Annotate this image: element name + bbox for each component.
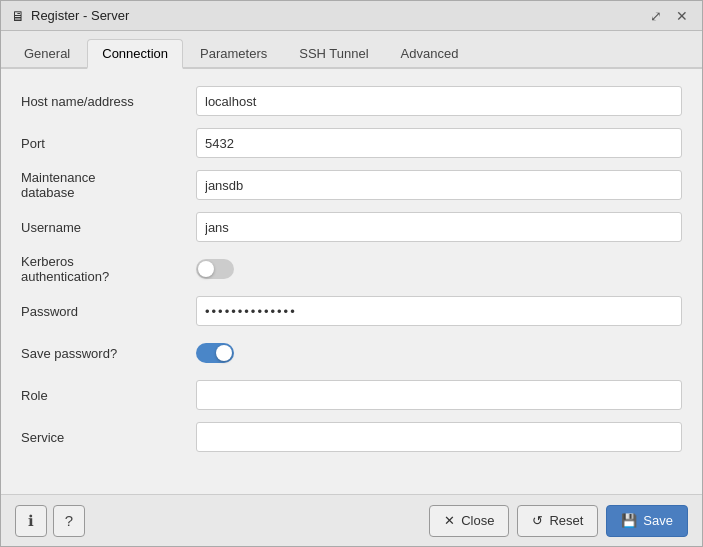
maintenance-field [196, 170, 682, 200]
username-row: Username [21, 211, 682, 243]
role-label: Role [21, 388, 196, 403]
title-bar: 🖥 Register - Server ⤢ ✕ [1, 1, 702, 31]
password-label: Password [21, 304, 196, 319]
tab-parameters[interactable]: Parameters [185, 39, 282, 69]
port-input[interactable] [196, 128, 682, 158]
info-icon: ℹ [28, 512, 34, 530]
reset-button[interactable]: ↺ Reset [517, 505, 598, 537]
footer: ℹ ? ✕ Close ↺ Reset 💾 Save [1, 494, 702, 546]
close-label: Close [461, 513, 494, 528]
tab-connection[interactable]: Connection [87, 39, 183, 69]
kerberos-label: Kerberosauthentication? [21, 254, 196, 284]
host-row: Host name/address [21, 85, 682, 117]
kerberos-field [196, 259, 682, 279]
username-field [196, 212, 682, 242]
tab-bar: General Connection Parameters SSH Tunnel… [1, 31, 702, 69]
port-label: Port [21, 136, 196, 151]
save-password-thumb [216, 345, 232, 361]
password-row: Password [21, 295, 682, 327]
save-password-field [196, 343, 682, 363]
host-input[interactable] [196, 86, 682, 116]
username-input[interactable] [196, 212, 682, 242]
save-label: Save [643, 513, 673, 528]
reset-icon: ↺ [532, 513, 543, 528]
role-row: Role [21, 379, 682, 411]
password-field [196, 296, 682, 326]
role-input[interactable] [196, 380, 682, 410]
service-label: Service [21, 430, 196, 445]
save-password-row: Save password? [21, 337, 682, 369]
info-button[interactable]: ℹ [15, 505, 47, 537]
host-field [196, 86, 682, 116]
save-icon: 💾 [621, 513, 637, 528]
kerberos-toggle[interactable] [196, 259, 234, 279]
kerberos-thumb [198, 261, 214, 277]
service-row: Service [21, 421, 682, 453]
save-password-label: Save password? [21, 346, 196, 361]
title-bar-left: 🖥 Register - Server [11, 8, 129, 24]
maximize-button[interactable]: ⤢ [646, 7, 666, 25]
tab-advanced[interactable]: Advanced [386, 39, 474, 69]
window-title: Register - Server [31, 8, 129, 23]
footer-left: ℹ ? [15, 505, 85, 537]
tab-ssh-tunnel[interactable]: SSH Tunnel [284, 39, 383, 69]
reset-label: Reset [549, 513, 583, 528]
save-button[interactable]: 💾 Save [606, 505, 688, 537]
host-label: Host name/address [21, 94, 196, 109]
help-icon: ? [65, 512, 73, 529]
role-field [196, 380, 682, 410]
service-input[interactable] [196, 422, 682, 452]
title-bar-controls: ⤢ ✕ [646, 7, 692, 25]
kerberos-row: Kerberosauthentication? [21, 253, 682, 285]
close-button[interactable]: ✕ Close [429, 505, 509, 537]
password-input[interactable] [196, 296, 682, 326]
port-row: Port [21, 127, 682, 159]
window-icon: 🖥 [11, 8, 25, 24]
service-field [196, 422, 682, 452]
form-content: Host name/address Port Maintenancedataba… [1, 69, 702, 494]
username-label: Username [21, 220, 196, 235]
footer-right: ✕ Close ↺ Reset 💾 Save [429, 505, 688, 537]
close-window-button[interactable]: ✕ [672, 7, 692, 25]
register-server-window: 🖥 Register - Server ⤢ ✕ General Connecti… [0, 0, 703, 547]
maintenance-label: Maintenancedatabase [21, 170, 196, 200]
tab-general[interactable]: General [9, 39, 85, 69]
maintenance-row: Maintenancedatabase [21, 169, 682, 201]
save-password-toggle[interactable] [196, 343, 234, 363]
close-icon: ✕ [444, 513, 455, 528]
help-button[interactable]: ? [53, 505, 85, 537]
maintenance-input[interactable] [196, 170, 682, 200]
port-field [196, 128, 682, 158]
